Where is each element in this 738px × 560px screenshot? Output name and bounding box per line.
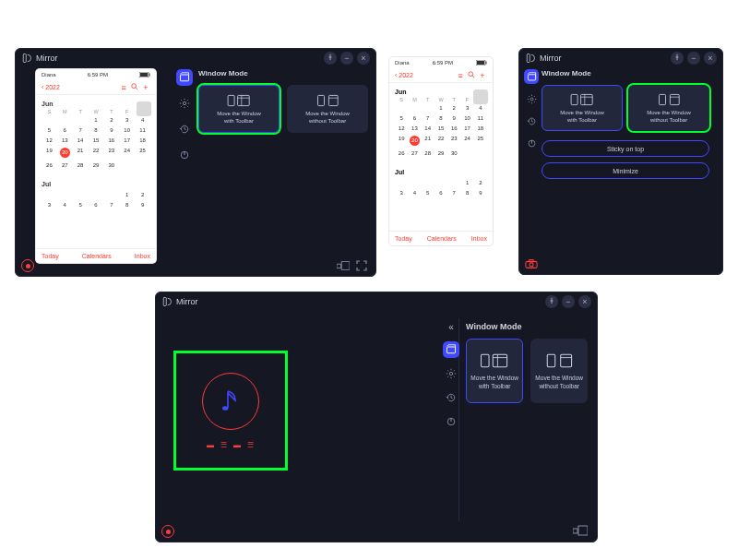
camera-icon[interactable] xyxy=(525,257,538,270)
power-icon[interactable] xyxy=(524,136,539,150)
svg-rect-11 xyxy=(238,96,250,106)
gear-icon[interactable] xyxy=(524,91,539,106)
power-icon[interactable] xyxy=(176,147,193,163)
sources-icon[interactable] xyxy=(337,259,350,272)
panel-header: Window Mode xyxy=(198,69,368,77)
panel-header: Window Mode xyxy=(542,69,717,77)
pin-icon[interactable] xyxy=(545,295,558,308)
search-icon[interactable] xyxy=(467,71,476,80)
move-with-toolbar-card[interactable]: Move the Windowwith Toolbar xyxy=(466,339,523,403)
window-mode-icon[interactable] xyxy=(176,69,193,86)
titlebar: Mirror − × xyxy=(519,49,722,67)
svg-rect-17 xyxy=(337,264,340,268)
sidebar-tools xyxy=(174,69,195,163)
calendar-thumbnail xyxy=(137,101,151,116)
sources-icon[interactable] xyxy=(573,525,588,536)
carrier-label: Diana xyxy=(395,60,410,66)
close-icon[interactable]: × xyxy=(704,52,717,65)
back-button[interactable]: ‹ 2022 xyxy=(42,84,60,90)
svg-rect-2 xyxy=(149,73,149,76)
record-button[interactable] xyxy=(161,525,174,538)
history-icon[interactable] xyxy=(524,113,539,128)
move-without-toolbar-card[interactable]: Move the Windowwithout Toolbar xyxy=(628,85,709,131)
carrier-label: Diana xyxy=(42,72,56,77)
pin-icon[interactable] xyxy=(671,52,684,65)
calendars-link[interactable]: Calendars xyxy=(82,253,112,259)
gear-icon[interactable] xyxy=(176,95,193,112)
svg-point-40 xyxy=(222,406,228,411)
svg-rect-29 xyxy=(571,95,577,105)
minimize-icon[interactable]: − xyxy=(687,52,700,65)
titlebar: Mirror − × xyxy=(16,49,375,67)
record-button[interactable] xyxy=(21,259,34,272)
collapse-panel-icon[interactable]: « xyxy=(448,322,454,332)
svg-point-4 xyxy=(132,83,137,88)
mirrored-phone-calendar: Diana 6:59 PM ‹ 2022 ≡ + Jun SMTWTFS 123… xyxy=(36,69,156,263)
close-icon[interactable]: × xyxy=(578,295,591,308)
svg-point-22 xyxy=(469,71,473,76)
sticky-on-top-button[interactable]: Sticky on top xyxy=(542,140,709,157)
plus-icon[interactable]: + xyxy=(478,71,487,80)
app-icon xyxy=(21,53,32,64)
app-title: Mirror xyxy=(36,54,58,63)
plus-icon[interactable]: + xyxy=(141,83,150,92)
svg-rect-52 xyxy=(573,529,577,533)
battery-icon xyxy=(139,72,150,78)
svg-rect-21 xyxy=(477,61,484,65)
svg-rect-3 xyxy=(140,73,148,77)
window-mode-icon[interactable] xyxy=(443,341,459,358)
pin-icon[interactable] xyxy=(324,52,337,65)
titlebar: Mirror − × xyxy=(156,292,597,311)
card-label: Move the Windowwithout Toolbar xyxy=(305,111,350,124)
window-mode-panel: Window Mode Move the Windowwith Toolbar … xyxy=(542,69,717,254)
search-icon[interactable] xyxy=(130,83,139,92)
history-icon[interactable] xyxy=(176,121,193,137)
svg-point-42 xyxy=(449,372,452,375)
svg-rect-53 xyxy=(578,526,588,535)
svg-rect-38 xyxy=(530,260,533,262)
clock-label: 6:59 PM xyxy=(433,60,453,66)
svg-rect-20 xyxy=(485,61,486,64)
svg-rect-46 xyxy=(494,355,507,368)
svg-rect-34 xyxy=(670,95,679,105)
move-without-toolbar-card[interactable]: Move the Windowwithout Toolbar xyxy=(530,339,588,403)
calendar-navbar: ‹ 2022 ≡ + xyxy=(36,80,156,95)
minimize-icon[interactable]: − xyxy=(562,295,575,308)
svg-rect-18 xyxy=(341,262,350,270)
calendars-link[interactable]: Calendars xyxy=(427,235,457,242)
window-mode-panel: Window Mode Move the Windowwith Toolbar … xyxy=(198,69,368,256)
move-with-toolbar-card[interactable]: Move the Windowwith Toolbar xyxy=(542,85,623,131)
svg-rect-0 xyxy=(23,54,26,63)
move-with-toolbar-card[interactable]: Move the Windowwith Toolbar xyxy=(198,85,280,133)
window-mode-panel: Window Mode Move the Windowwith Toolbar … xyxy=(466,322,588,521)
today-link[interactable]: Today xyxy=(395,235,412,242)
month-label-jul: Jul xyxy=(389,163,493,177)
minimize-icon[interactable]: − xyxy=(340,52,353,65)
svg-point-26 xyxy=(530,97,532,100)
svg-line-5 xyxy=(136,88,137,89)
back-button[interactable]: ‹ 2022 xyxy=(395,72,413,78)
window-mode-icon[interactable] xyxy=(524,69,539,84)
inbox-link[interactable]: Inbox xyxy=(135,253,150,259)
fullscreen-icon[interactable] xyxy=(355,259,368,272)
move-without-toolbar-card[interactable]: Move the Windowwithout Toolbar xyxy=(287,85,368,133)
svg-rect-45 xyxy=(482,355,490,368)
svg-rect-39 xyxy=(163,298,166,306)
svg-point-7 xyxy=(183,101,185,104)
list-icon[interactable]: ≡ xyxy=(119,83,128,92)
gear-icon[interactable] xyxy=(443,365,459,382)
svg-rect-33 xyxy=(660,95,666,105)
history-icon[interactable] xyxy=(443,389,459,406)
minimize-button[interactable]: Minimize xyxy=(542,162,709,179)
calendar-grid-jun: 1234567891011121314151617181920212223242… xyxy=(36,114,156,175)
sidebar-tools: « xyxy=(442,322,460,430)
svg-point-37 xyxy=(530,263,533,267)
today-link[interactable]: Today xyxy=(42,253,59,259)
close-icon[interactable]: × xyxy=(357,52,370,65)
list-icon[interactable]: ≡ xyxy=(456,71,465,80)
battery-icon xyxy=(476,60,487,66)
mirror-window-3: Mirror − × ▬☰▬☰ « Window Mode xyxy=(155,292,598,542)
inbox-link[interactable]: Inbox xyxy=(471,235,487,242)
power-icon[interactable] xyxy=(443,413,459,430)
svg-line-23 xyxy=(472,76,474,77)
